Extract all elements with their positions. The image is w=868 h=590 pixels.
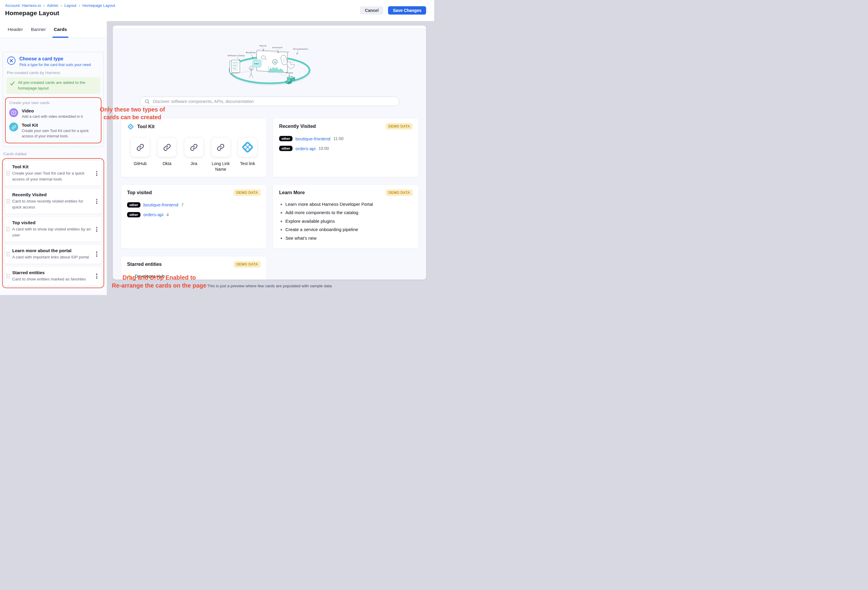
breadcrumb-admin[interactable]: Admin [47,3,58,8]
added-card-title: Recently Visited [12,192,93,197]
learn-more-link[interactable]: Create a service onboarding pipeline [285,227,413,232]
toolkit-tiles: GitHub Okta [128,137,260,172]
create-own-cards-label: Create your own cards [9,100,97,105]
demo-data-badge: DEMO DATA [386,123,413,129]
learn-more-list: Learn more about Harness Developer Porta… [279,202,413,241]
sidebar-body: Choose a card type Pick a type for the c… [0,38,107,288]
breadcrumb-layout[interactable]: Layout [64,3,77,8]
kebab-menu-icon[interactable] [94,199,99,204]
toolkit-tile-label: GitHub [134,161,147,166]
tab-cards[interactable]: Cards [54,21,67,38]
top-visited-title: Top visited [127,190,152,196]
entity-link[interactable]: orders-api [295,146,316,151]
entity-count: 7 [181,203,184,207]
drag-handle-icon[interactable] [6,227,11,231]
learn-more-link[interactable]: See what's new [285,235,413,241]
choose-card-type-title: Choose a card type [19,56,91,62]
link-icon [211,137,230,157]
breadcrumb-account[interactable]: Account: Harness.io [5,3,41,8]
video-icon [9,108,18,117]
entity-count: 4 [166,212,169,217]
idp-overview-illustration: 75 [220,42,319,89]
drag-handle-icon[interactable] [6,199,11,203]
entity-time: 11:00 [333,136,343,141]
toolkit-tile-label: Jira [190,161,197,166]
choose-card-type-panel: Choose a card type Pick a type for the c… [3,52,104,147]
drag-handle-icon[interactable] [6,252,11,256]
search-icon [145,99,150,104]
video-card-type-title: Video [22,108,83,113]
entity-link[interactable]: boutique-frontend [295,136,331,141]
search-input[interactable] [152,99,394,104]
tab-bar: Header Banner Cards [0,21,107,38]
kebab-menu-icon[interactable] [94,252,99,256]
card-type-video[interactable]: Video Add a card with video embedded in … [9,108,97,119]
kebab-menu-icon[interactable] [94,171,99,176]
breadcrumb: Account: Harness.io › Admin › Layout › H… [5,3,115,8]
entity-link[interactable]: boutique-frontend [143,202,179,207]
link-icon [184,137,204,157]
entity-link[interactable]: orders-api [143,212,164,217]
preview-card-recently-visited: Recently Visited DEMO DATA other boutiqu… [273,118,419,177]
entity-time: 10:00 [318,146,329,151]
scorecard-value: 75 [274,61,276,63]
starred-entities-title: Starred entities [127,262,162,267]
added-card-recently-visited[interactable]: Recently Visited Card to show recently v… [4,188,102,214]
drag-handle-icon[interactable] [6,274,11,278]
star-icon[interactable]: ★ [127,274,131,279]
preview-card-learn-more: Learn More DEMO DATA Learn more about Ha… [273,184,419,249]
save-changes-button[interactable]: Save Changes [388,6,426,15]
cards-added-label: Cards Added [3,152,103,156]
video-card-type-desc: Add a card with video embedded in it [22,114,83,119]
starred-entity-name[interactable]: Developer Hub [135,274,165,279]
homepage-preview-area: 75 [107,21,434,295]
harness-idp-logo-icon [127,123,134,130]
added-card-title: Learn more about the portal [12,248,93,253]
added-card-desc: Card to show entities marked as favorite… [12,276,93,282]
kebab-menu-icon[interactable] [94,274,99,278]
create-own-cards-annotation-box: Create your own cards Video Add a card w… [5,97,102,144]
cancel-button[interactable]: Cancel [360,6,383,15]
learn-more-title: Learn More [279,190,305,196]
page-title: Homepage Layout [5,10,59,17]
preview-header-band [113,26,426,29]
drag-handle-icon[interactable] [6,171,11,175]
top-bar: Account: Harness.io › Admin › Layout › H… [0,0,434,21]
added-card-toolkit[interactable]: Tool Kit Create your own Tool Kit card f… [4,160,102,186]
toolkit-tile-okta[interactable]: Okta [155,137,179,172]
kebab-menu-icon[interactable] [94,227,99,232]
toolkit-tile-long-link-name[interactable]: Long Link Name [209,137,233,172]
toolkit-tile-github[interactable]: GitHub [128,137,152,172]
toolkit-tile-jira[interactable]: Jira [182,137,206,172]
learn-more-link[interactable]: Learn more about Harness Developer Porta… [285,202,413,207]
homepage-preview-container: 75 [113,26,426,280]
added-card-title: Tool Kit [12,164,93,169]
tab-banner[interactable]: Banner [31,21,46,38]
added-card-desc: Create your own Tool Kit card for a quic… [12,171,93,182]
added-card-desc: A card with to show top visited entities… [12,226,93,238]
tab-header[interactable]: Header [8,21,23,38]
added-card-learn-more[interactable]: Learn more about the portal A card with … [4,244,102,264]
card-type-toolkit[interactable]: Tool Kit Create your own Tool Kit card f… [9,122,97,139]
learn-more-link[interactable]: Explore available plugins [285,219,413,224]
added-card-starred-entities[interactable]: Starred entities Card to show entities m… [4,266,102,286]
illustration-label-workflows: Workflows [245,51,256,54]
toolkit-card-type-title: Tool Kit [22,122,97,128]
illustration-label-scorecard: Scorecard [272,46,282,49]
starred-row: ★ Developer Hub [127,274,261,279]
link-icon [130,137,150,157]
entity-row: other orders-api 10:00 [279,146,413,151]
close-circle-icon[interactable] [7,56,16,66]
toolkit-tile-label: Test link [240,161,255,166]
discover-search-bar [140,97,399,106]
recently-visited-title: Recently Visited [279,124,316,129]
toolkit-tile-test-link[interactable]: Test link [236,137,260,172]
breadcrumb-homepage-layout[interactable]: Homepage Layout [83,3,115,8]
link-icon [157,137,177,157]
learn-more-link[interactable]: Add more components to the catalog [285,210,413,215]
illustration-label-documentation: Documentation [293,48,308,50]
illustration-label-software-catalog: Software Catalog [227,54,245,57]
added-card-top-visited[interactable]: Top visited A card with to show top visi… [4,216,102,242]
choose-card-type-subtitle: Pick a type for the card that suits your… [19,63,91,67]
demo-data-badge: DEMO DATA [386,190,413,196]
